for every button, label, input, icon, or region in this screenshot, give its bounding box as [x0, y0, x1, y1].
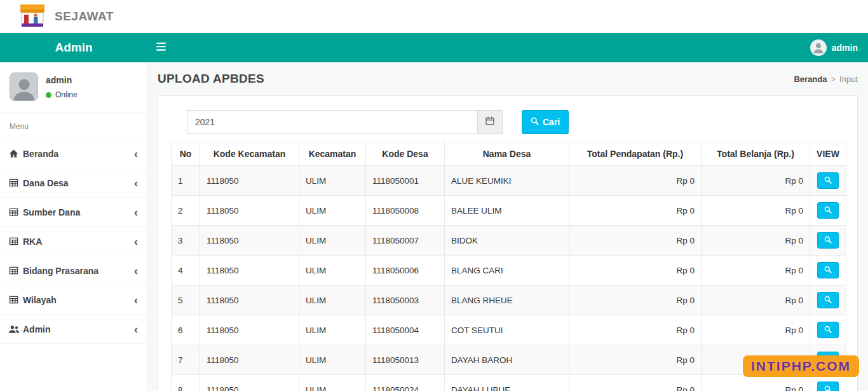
- navbar-user-menu[interactable]: admin: [810, 39, 858, 56]
- view-button[interactable]: [817, 292, 839, 308]
- cell-nama-desa: BIDOK: [445, 226, 569, 256]
- cari-button[interactable]: Cari: [522, 110, 569, 134]
- cell-no: 8: [172, 375, 200, 391]
- cell-kecamatan: ULIM: [299, 375, 366, 391]
- col-total-belanja: Total Belanja (Rp.): [702, 142, 810, 166]
- cell-kode-kecamatan: 1118050: [200, 375, 299, 391]
- main-content: UPLOAD APBDES Beranda > Input: [147, 62, 868, 391]
- cari-button-label: Cari: [543, 117, 560, 127]
- navbar-username: admin: [832, 43, 858, 53]
- cell-nama-desa: BLANG RHEUE: [445, 285, 569, 315]
- sidebar-item-admin[interactable]: Admin: [0, 315, 147, 344]
- col-no: No: [172, 142, 200, 166]
- view-button[interactable]: [817, 381, 839, 391]
- table-icon: [9, 237, 23, 246]
- cell-kode-kecamatan: 1118050: [200, 166, 299, 196]
- col-kode-desa: Kode Desa: [366, 142, 445, 166]
- sidebar-menu-header: Menu: [0, 113, 147, 139]
- sidebar-item-beranda[interactable]: Beranda: [0, 139, 147, 168]
- sidebar-menu: Beranda Dana Desa Sumber Dana: [0, 139, 147, 344]
- table-row: 4 1118050 ULIM 1118050006 BLANG CARI Rp …: [172, 256, 846, 285]
- search-icon: [824, 206, 832, 216]
- cell-kecamatan: ULIM: [299, 166, 366, 196]
- sidebar-item-rka[interactable]: RKA: [0, 227, 147, 256]
- watermark: INTIPHP.COM: [743, 355, 859, 377]
- content-header: UPLOAD APBDES Beranda > Input: [158, 70, 858, 88]
- sidebar-item-label: Bidang Prasarana: [23, 266, 98, 276]
- view-button[interactable]: [817, 172, 839, 189]
- cell-no: 4: [172, 256, 200, 285]
- sidebar-item-label: RKA: [23, 237, 42, 247]
- cell-kode-desa: 1118050004: [366, 315, 445, 345]
- sidebar-username: admin: [46, 75, 78, 85]
- cell-total-belanja: Rp 0: [702, 375, 810, 391]
- view-button[interactable]: [817, 202, 839, 219]
- sidebar-item-wilayah[interactable]: Wilayah: [0, 285, 147, 315]
- view-button[interactable]: [817, 262, 839, 278]
- view-button[interactable]: [817, 322, 839, 338]
- cell-kode-kecamatan: 1118050: [200, 315, 299, 345]
- cell-no: 3: [172, 226, 200, 256]
- search-icon: [824, 266, 832, 275]
- online-status-dot: [46, 92, 51, 98]
- col-kode-kecamatan: Kode Kecamatan: [200, 142, 299, 166]
- cell-total-pendapatan: Rp 0: [569, 375, 702, 391]
- cell-total-pendapatan: Rp 0: [569, 256, 702, 285]
- cell-view: [810, 226, 846, 256]
- cell-total-belanja: Rp 0: [702, 166, 810, 196]
- sidebar-item-label: Wilayah: [23, 295, 57, 305]
- sidebar-item-dana-desa[interactable]: Dana Desa: [0, 168, 147, 198]
- table-row: 6 1118050 ULIM 1118050004 COT SEUTUI Rp …: [172, 315, 846, 345]
- search-row: Cari: [187, 110, 844, 134]
- cell-total-belanja: Rp 0: [702, 196, 810, 226]
- user-avatar-icon: [810, 39, 827, 56]
- cell-view: [810, 196, 846, 226]
- breadcrumb-separator: >: [831, 74, 836, 84]
- search-icon: [824, 326, 832, 335]
- table-row: 1 1118050 ULIM 1118050001 ALUE KEUMIKI R…: [172, 166, 846, 196]
- brand-logo[interactable]: SEJAWAT: [19, 2, 114, 31]
- cell-kode-desa: 1118050001: [366, 166, 445, 196]
- cell-total-pendapatan: Rp 0: [569, 315, 702, 345]
- cell-no: 1: [172, 166, 200, 196]
- sejawat-logo-icon: [19, 2, 48, 31]
- chevron-left-icon: [134, 324, 138, 335]
- table-row: 3 1118050 ULIM 1118050007 BIDOK Rp 0 Rp …: [172, 226, 846, 256]
- sidebar-toggle-button[interactable]: [147, 33, 175, 62]
- year-input[interactable]: [187, 110, 478, 134]
- sidebar-item-sumber-dana[interactable]: Sumber Dana: [0, 198, 147, 227]
- year-input-group: [187, 110, 503, 134]
- breadcrumb-home-link[interactable]: Beranda: [794, 74, 827, 84]
- table-row: 8 1118050 ULIM 1118050024 DAYAH LUBUE Rp…: [172, 375, 846, 391]
- hamburger-icon: [156, 43, 166, 53]
- cell-nama-desa: DAYAH LUBUE: [445, 375, 569, 391]
- cell-kecamatan: ULIM: [299, 196, 366, 226]
- cell-kode-kecamatan: 1118050: [200, 285, 299, 315]
- sidebar-item-label: Beranda: [23, 149, 58, 159]
- navbar: Admin admin: [0, 33, 868, 62]
- online-status-label: Online: [55, 90, 78, 99]
- sidebar-item-bidang-prasarana[interactable]: Bidang Prasarana: [0, 256, 147, 285]
- cell-kode-desa: 1118050007: [366, 226, 445, 256]
- cell-no: 7: [172, 345, 200, 375]
- chevron-left-icon: [134, 207, 138, 218]
- top-header: SEJAWAT: [0, 0, 868, 33]
- cell-kode-kecamatan: 1118050: [200, 196, 299, 226]
- cell-view: [810, 285, 846, 315]
- cell-view: [810, 315, 846, 345]
- cell-kode-desa: 1118050008: [366, 196, 445, 226]
- col-nama-desa: Nama Desa: [445, 142, 569, 166]
- cell-kecamatan: ULIM: [299, 285, 366, 315]
- cell-nama-desa: COT SEUTUI: [445, 315, 569, 345]
- cell-kode-kecamatan: 1118050: [200, 345, 299, 375]
- cell-kode-desa: 1118050006: [366, 256, 445, 285]
- calendar-addon-button[interactable]: [478, 110, 503, 134]
- search-icon: [531, 117, 539, 127]
- navbar-title: Admin: [55, 41, 92, 54]
- chevron-left-icon: [134, 265, 138, 277]
- cell-nama-desa: BALEE ULIM: [445, 196, 569, 226]
- search-icon: [824, 236, 832, 245]
- cell-view: [810, 166, 846, 196]
- view-button[interactable]: [817, 232, 839, 249]
- cell-kode-kecamatan: 1118050: [200, 226, 299, 256]
